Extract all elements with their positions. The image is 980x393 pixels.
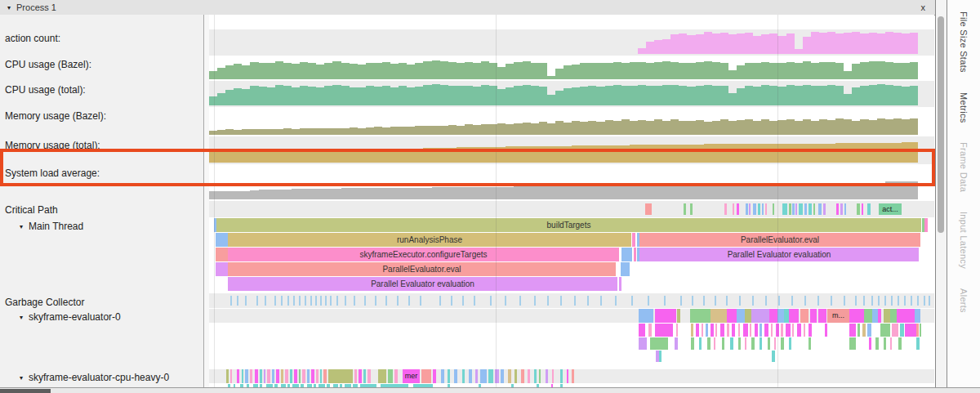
trace-segment[interactable]: [359, 369, 362, 383]
trace-segment[interactable]: [739, 296, 741, 306]
trace-segment[interactable]: [929, 296, 930, 306]
trace-segment[interactable]: [680, 296, 682, 306]
trace-segment[interactable]: [778, 296, 780, 306]
trace-segment[interactable]: [648, 296, 649, 306]
trace-segment[interactable]: [915, 309, 920, 323]
trace-segment[interactable]: [727, 324, 729, 337]
trace-segment[interactable]: [751, 309, 769, 323]
trace-segment[interactable]: [345, 296, 346, 306]
trace-segment[interactable]: [364, 296, 366, 306]
trace-segment[interactable]: [722, 337, 724, 350]
trace-segment[interactable]: [267, 369, 270, 383]
trace-segment[interactable]: [875, 337, 879, 350]
trace-segment[interactable]: [891, 296, 893, 306]
trace-segment[interactable]: [631, 296, 633, 306]
trace-segment[interactable]: [916, 324, 919, 337]
trace-badge[interactable]: mer: [403, 369, 420, 383]
trace-segment[interactable]: [264, 369, 265, 383]
trace-segment[interactable]: [774, 337, 776, 350]
trace-segment[interactable]: ParallelEvaluator.eval: [228, 262, 616, 276]
trace-segment[interactable]: [287, 296, 289, 306]
timeline-area[interactable]: act...buildTargetsrunAnalysisPhaseParall…: [209, 15, 934, 387]
trace-segment[interactable]: [804, 203, 807, 215]
trace-segment[interactable]: [760, 324, 762, 337]
trace-segment[interactable]: [315, 296, 317, 306]
trace-segment[interactable]: [844, 296, 845, 306]
trace-segment[interactable]: [675, 337, 678, 350]
tab-alerts[interactable]: Alerts: [959, 288, 969, 313]
trace-segment[interactable]: Parallel Evaluator evaluation: [228, 277, 617, 291]
trace-segment[interactable]: [528, 369, 530, 383]
trace-segment[interactable]: [242, 369, 243, 383]
trace-segment[interactable]: [320, 296, 322, 306]
trace-segment[interactable]: [699, 337, 702, 350]
trace-segment[interactable]: [574, 296, 576, 306]
trace-badge[interactable]: m...: [827, 309, 849, 323]
collapse-icon[interactable]: ▾: [20, 374, 23, 382]
trace-segment[interactable]: [388, 369, 393, 383]
trace-segment[interactable]: ParallelEvaluator.eval: [639, 233, 920, 247]
trace-segment[interactable]: [634, 248, 636, 261]
trace-segment[interactable]: [560, 369, 563, 383]
trace-segment[interactable]: [808, 337, 811, 350]
trace-segment[interactable]: [817, 296, 819, 306]
trace-segment[interactable]: [547, 296, 549, 306]
trace-segment[interactable]: [230, 296, 232, 306]
trace-segment[interactable]: [733, 203, 734, 215]
trace-segment[interactable]: [781, 337, 784, 350]
trace-segment[interactable]: [505, 296, 506, 306]
trace-segment[interactable]: [737, 203, 739, 215]
trace-segment[interactable]: [552, 369, 554, 383]
trace-segment[interactable]: [600, 296, 602, 306]
trace-segment[interactable]: [818, 203, 822, 215]
trace-segment[interactable]: [501, 369, 504, 383]
collapse-icon[interactable]: ▾: [20, 223, 23, 230]
trace-segment[interactable]: [789, 203, 791, 215]
trace-segment[interactable]: [514, 369, 517, 383]
close-icon[interactable]: x: [921, 0, 926, 15]
horizontal-scrollbar-thumb[interactable]: [0, 389, 51, 393]
trace-segment[interactable]: [621, 262, 630, 276]
trace-segment[interactable]: [799, 203, 803, 215]
trace-segment[interactable]: [752, 296, 754, 306]
counter-chart-cpu-bazel[interactable]: [209, 60, 934, 79]
trace-segment[interactable]: [715, 324, 717, 337]
trace-segment[interactable]: [299, 369, 301, 383]
trace-segment[interactable]: [892, 324, 898, 337]
trace-segment[interactable]: [325, 296, 327, 306]
trace-segment[interactable]: [363, 369, 366, 383]
trace-segment[interactable]: [772, 351, 775, 362]
trace-segment[interactable]: [684, 203, 686, 215]
trace-segment[interactable]: [385, 296, 387, 306]
trace-segment[interactable]: [758, 203, 760, 215]
trace-segment[interactable]: [867, 203, 871, 215]
trace-segment[interactable]: [676, 324, 678, 337]
trace-segment[interactable]: [474, 296, 475, 306]
trace-segment[interactable]: [765, 203, 767, 215]
counter-chart-mem-bazel[interactable]: [209, 118, 934, 135]
trace-segment[interactable]: [726, 296, 728, 306]
trace-segment[interactable]: [250, 369, 252, 383]
trace-segment[interactable]: [265, 296, 266, 306]
trace-segment[interactable]: [281, 369, 283, 383]
trace-segment[interactable]: [302, 369, 305, 383]
track-critical-path[interactable]: act...: [209, 201, 934, 217]
trace-segment[interactable]: [755, 324, 758, 337]
trace-segment[interactable]: [924, 218, 928, 232]
trace-segment[interactable]: [760, 337, 762, 350]
trace-segment[interactable]: [691, 324, 693, 337]
trace-segment[interactable]: [397, 296, 399, 306]
trace-segment[interactable]: [743, 324, 748, 337]
trace-segment[interactable]: [750, 324, 751, 337]
trace-segment[interactable]: [864, 309, 872, 323]
trace-segment[interactable]: [394, 369, 398, 383]
trace-segment[interactable]: [727, 309, 737, 323]
trace-segment[interactable]: [226, 369, 229, 383]
trace-segment[interactable]: [639, 309, 653, 323]
trace-segment[interactable]: [745, 309, 751, 323]
trace-segment[interactable]: [786, 324, 791, 337]
trace-segment[interactable]: [621, 248, 632, 261]
trace-segment[interactable]: [328, 369, 353, 383]
trace-segment[interactable]: [490, 296, 492, 306]
track-cpu-total[interactable]: [209, 81, 934, 107]
